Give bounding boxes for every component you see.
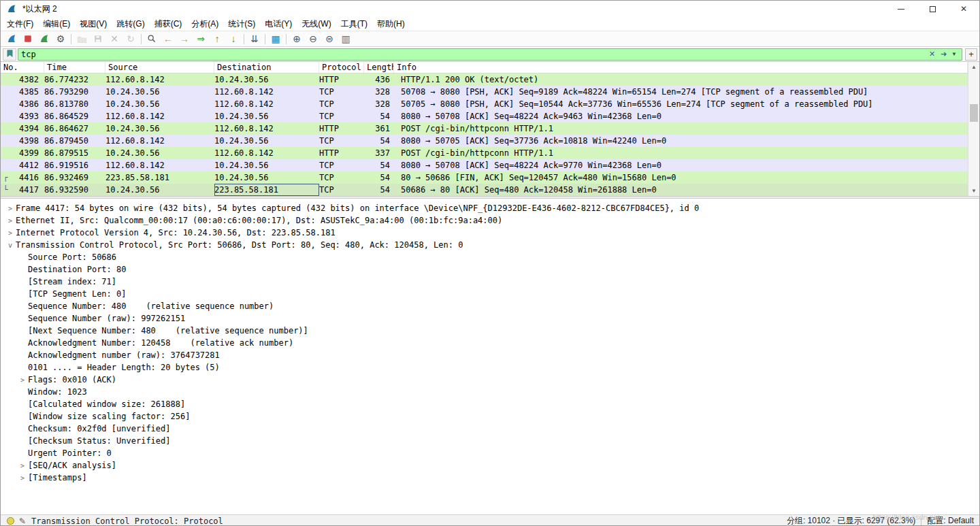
profile-status[interactable]: 配置: Default — [927, 515, 974, 526]
detail-line[interactable]: [Next Sequence Number: 480 (relative seq… — [1, 325, 979, 337]
capture-stop-icon[interactable] — [20, 32, 36, 46]
detail-line[interactable]: [Stream index: 71] — [1, 276, 979, 288]
close-button[interactable]: ✕ — [948, 1, 979, 17]
detail-line[interactable]: Window: 1023 — [1, 386, 979, 398]
packet-row-4393[interactable]: 439386.864529112.60.8.14210.24.30.56TCP5… — [1, 110, 968, 122]
colorize-icon[interactable]: ▦ — [267, 32, 284, 46]
detail-line[interactable]: 0101 .... = Header Length: 20 bytes (5) — [1, 361, 979, 374]
packet-row-4417[interactable]: └441786.93259010.24.30.56223.85.58.181TC… — [1, 184, 968, 196]
detail-line[interactable]: [Checksum Status: Unverified] — [1, 435, 979, 447]
packet-row-4399[interactable]: 439986.87951510.24.30.56112.60.8.142HTTP… — [1, 147, 968, 159]
detail-line[interactable]: Sequence Number: 480 (relative sequence … — [1, 300, 979, 312]
detail-text: Acknowledgment Number: 120458 (relative … — [28, 338, 293, 348]
detail-line[interactable]: Source Port: 50686 — [1, 251, 979, 263]
apply-filter-icon[interactable]: ➜ — [938, 50, 949, 59]
detail-line[interactable]: >Frame 4417: 54 bytes on wire (432 bits)… — [1, 202, 979, 214]
packet-row-4385[interactable]: 438586.79329010.24.30.56112.60.8.142TCP3… — [1, 86, 968, 98]
detail-line[interactable]: Destination Port: 80 — [1, 263, 979, 276]
clear-filter-icon[interactable]: ✕ — [926, 50, 938, 59]
detail-line[interactable]: >Internet Protocol Version 4, Src: 10.24… — [1, 227, 979, 239]
detail-line[interactable]: >[Timestamps] — [1, 472, 979, 484]
menu-wireless[interactable]: 无线(W) — [297, 17, 336, 31]
menu-edit[interactable]: 编辑(E) — [38, 17, 75, 31]
detail-text: Destination Port: 80 — [28, 265, 127, 274]
detail-line[interactable]: vTransmission Control Protocol, Src Port… — [1, 239, 979, 251]
menu-bar: 文件(F)编辑(E)视图(V)跳转(G)捕获(C)分析(A)统计(S)电话(Y)… — [1, 17, 979, 31]
menu-go[interactable]: 跳转(G) — [112, 17, 149, 31]
detail-line[interactable]: Acknowledgment Number: 120458 (relative … — [1, 337, 979, 349]
cell-info: POST /cgi-bin/httpconn HTTP/1.1 — [394, 122, 968, 135]
capture-start-icon[interactable] — [3, 32, 20, 46]
maximize-button[interactable] — [917, 1, 948, 17]
column-header-source[interactable]: Source — [105, 62, 214, 73]
column-header-protocol[interactable]: Protocol — [319, 62, 364, 73]
scrollbar-up-icon[interactable]: ▲ — [968, 62, 979, 72]
menu-statistics[interactable]: 统计(S) — [223, 17, 260, 31]
packet-row-4382[interactable]: 438286.774232112.60.8.14210.24.30.56HTTP… — [1, 73, 968, 86]
expander-icon[interactable]: > — [5, 203, 16, 215]
expander-icon[interactable]: > — [5, 227, 16, 240]
detail-line[interactable]: Acknowledgment number (raw): 3764737281 — [1, 349, 979, 361]
column-header-time[interactable]: Time — [44, 62, 105, 73]
detail-line[interactable]: [Window size scaling factor: 256] — [1, 410, 979, 423]
add-filter-button[interactable]: + — [965, 48, 977, 61]
cell-info: 50708 → 8080 [PSH, ACK] Seq=9189 Ack=482… — [394, 86, 968, 98]
resize-columns-icon[interactable]: ▥ — [338, 32, 354, 46]
scrollbar-down-icon[interactable]: ▼ — [968, 186, 979, 196]
detail-line[interactable]: [TCP Segment Len: 0] — [1, 288, 979, 300]
column-header-no[interactable]: No. — [1, 62, 44, 73]
minimize-button[interactable] — [885, 1, 917, 17]
detail-line[interactable]: Sequence Number (raw): 997262151 — [1, 312, 979, 325]
menu-help[interactable]: 帮助(H) — [372, 17, 410, 31]
expert-info-icon[interactable] — [6, 516, 15, 525]
find-packet-icon[interactable] — [144, 32, 160, 46]
cell-destination: 10.24.30.56 — [214, 159, 319, 171]
scrollbar-thumb[interactable] — [970, 104, 978, 122]
detail-line[interactable]: >[SEQ/ACK analysis] — [1, 459, 979, 472]
packet-row-4386[interactable]: 438686.81378010.24.30.56112.60.8.142TCP3… — [1, 98, 968, 110]
detail-line[interactable]: >Ethernet II, Src: Qualcomm_00:00:17 (00… — [1, 214, 979, 227]
go-first-icon[interactable]: ↑ — [209, 32, 225, 46]
capture-restart-icon[interactable] — [36, 32, 52, 46]
detail-line[interactable]: Urgent Pointer: 0 — [1, 447, 979, 459]
detail-line[interactable]: [Calculated window size: 261888] — [1, 398, 979, 410]
detail-line[interactable]: >Flags: 0x010 (ACK) — [1, 374, 979, 386]
packet-row-4398[interactable]: 439886.879450112.60.8.14210.24.30.56TCP5… — [1, 135, 968, 147]
expander-icon[interactable]: > — [17, 374, 28, 387]
expander-icon[interactable]: > — [5, 215, 16, 227]
packet-row-4394[interactable]: 439486.86462710.24.30.56112.60.8.142HTTP… — [1, 122, 968, 135]
display-filter-input[interactable] — [21, 50, 926, 59]
column-header-length[interactable]: Length — [364, 62, 394, 73]
menu-file[interactable]: 文件(F) — [2, 17, 38, 31]
expander-icon[interactable]: > — [17, 472, 28, 484]
auto-scroll-icon[interactable]: ⇊ — [246, 32, 263, 46]
go-forward-icon[interactable]: → — [176, 32, 193, 46]
filter-dropdown-icon[interactable]: ▼ — [949, 51, 959, 57]
packet-row-4416[interactable]: ┌441686.932469223.85.58.18110.24.30.56TC… — [1, 171, 968, 184]
column-header-info[interactable]: Info — [394, 62, 968, 73]
cell-protocol: HTTP — [319, 147, 364, 159]
menu-view[interactable]: 视图(V) — [75, 17, 112, 31]
menu-analyze[interactable]: 分析(A) — [186, 17, 223, 31]
filter-bookmark-button[interactable] — [3, 48, 16, 61]
go-to-packet-icon[interactable]: ⇒ — [193, 32, 209, 46]
go-last-icon[interactable]: ↓ — [225, 32, 242, 46]
cell-time: 86.879450 — [44, 135, 105, 147]
packet-row-4412[interactable]: 441286.919516112.60.8.14210.24.30.56TCP5… — [1, 159, 968, 171]
go-back-icon[interactable]: ← — [160, 32, 176, 46]
menu-capture[interactable]: 捕获(C) — [150, 17, 187, 31]
menu-telephony[interactable]: 电话(Y) — [260, 17, 297, 31]
packet-list-scrollbar[interactable]: ▲ ▼ — [968, 62, 979, 196]
capture-comment-icon[interactable]: ✎ — [19, 516, 26, 526]
zoom-out-icon[interactable]: ⊖ — [305, 32, 321, 46]
cell-source: 112.60.8.142 — [105, 73, 214, 86]
zoom-reset-icon[interactable]: ⊜ — [321, 32, 338, 46]
cell-no: 4412 — [10, 159, 44, 171]
expander-icon[interactable]: > — [17, 460, 28, 472]
capture-options-icon[interactable]: ⚙ — [52, 32, 69, 46]
detail-line[interactable]: Checksum: 0x2f0d [unverified] — [1, 423, 979, 435]
column-header-destination[interactable]: Destination — [214, 62, 319, 73]
zoom-in-icon[interactable]: ⊕ — [289, 32, 305, 46]
menu-tools[interactable]: 工具(T) — [336, 17, 372, 31]
expander-icon[interactable]: v — [5, 240, 16, 252]
